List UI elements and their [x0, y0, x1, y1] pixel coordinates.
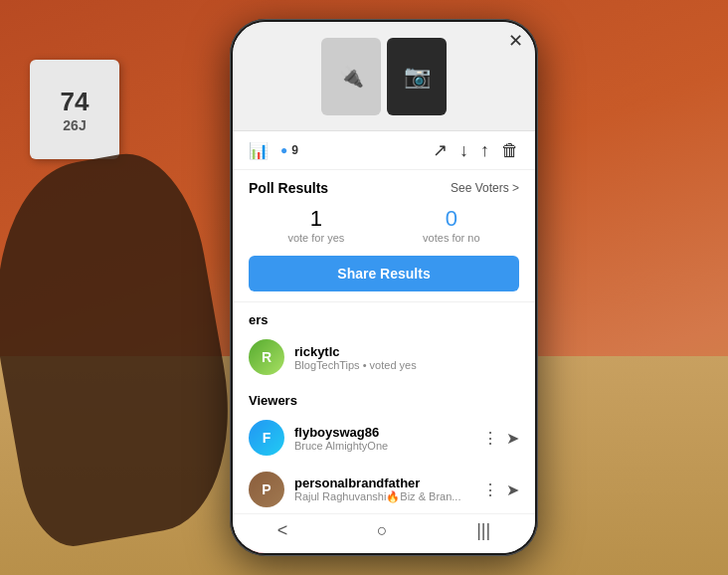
avatar-2: P	[249, 472, 284, 507]
back-button[interactable]: <	[277, 520, 288, 541]
poll-section: Poll Results See Voters > 1 vote for yes…	[233, 170, 535, 302]
poll-votes: 1 vote for yes 0 votes for no	[249, 206, 519, 244]
story-thumb-2: 📷	[387, 38, 447, 115]
thermometer: 74 26J	[30, 60, 119, 159]
vote-no: 0 votes for no	[423, 206, 479, 244]
share-results-button[interactable]: Share Results	[249, 256, 519, 291]
poll-title: Poll Results	[249, 180, 328, 196]
trend-icon[interactable]: ↗	[433, 139, 448, 161]
no-label: votes for no	[423, 232, 479, 244]
viewer-2-info: personalbrandfather Rajul Raghuvanshi🔥Bi…	[294, 476, 472, 503]
viewer-1-actions: ⋮ ➤	[482, 429, 519, 448]
phone-wrapper: 🔌 📷 ✕ 📊 ● 9 ↗ ↓ ↑ 🗑	[230, 19, 538, 556]
see-voters-link[interactable]: See Voters >	[451, 181, 519, 195]
voters-label: ers	[233, 302, 535, 331]
no-count: 0	[423, 206, 479, 232]
viewer-2-actions: ⋮ ➤	[482, 480, 519, 499]
views-count: ● 9	[280, 143, 298, 157]
phone-screen: 🔌 📷 ✕ 📊 ● 9 ↗ ↓ ↑ 🗑	[233, 22, 535, 553]
yes-label: vote for yes	[287, 232, 344, 244]
story-thumbnails: 🔌 📷	[321, 38, 447, 115]
voter-sub: BlogTechTips • voted yes	[294, 359, 519, 371]
voter-info: rickytlc BlogTechTips • voted yes	[294, 344, 519, 371]
yes-count: 1	[287, 206, 344, 232]
delete-icon[interactable]: 🗑	[501, 140, 519, 161]
viewer-2-sub: Rajul Raghuvanshi🔥Biz & Bran...	[294, 490, 472, 503]
viewers-label: Viewers	[233, 383, 535, 412]
viewer-1-info: flyboyswag86 Bruce AlmightyOne	[294, 425, 472, 452]
viewer-row-2: P personalbrandfather Rajul Raghuvanshi🔥…	[233, 464, 535, 515]
phone: 🔌 📷 ✕ 📊 ● 9 ↗ ↓ ↑ 🗑	[230, 19, 538, 556]
voter-name: rickytlc	[294, 344, 519, 359]
send-icon[interactable]: ➤	[506, 429, 519, 448]
home-button[interactable]: ○	[377, 520, 388, 541]
more-options-icon[interactable]: ⋮	[482, 429, 498, 448]
more-options-icon-2[interactable]: ⋮	[482, 480, 498, 499]
voter-row: R rickytlc BlogTechTips • voted yes	[233, 331, 535, 383]
story-thumb-1: 🔌	[321, 38, 381, 115]
vote-yes: 1 vote for yes	[287, 206, 344, 244]
menu-button[interactable]: |||	[476, 520, 490, 541]
bottom-nav: < ○ |||	[233, 513, 535, 553]
viewer-2-name: personalbrandfather	[294, 476, 472, 490]
viewer-1-name: flyboyswag86	[294, 425, 472, 440]
avatar-1: F	[249, 420, 284, 456]
viewer-row-1: F flyboyswag86 Bruce AlmightyOne ⋮ ➤	[233, 412, 535, 464]
share-icon[interactable]: ↑	[480, 140, 489, 161]
action-bar: 📊 ● 9 ↗ ↓ ↑ 🗑	[233, 131, 535, 170]
viewer-1-sub: Bruce AlmightyOne	[294, 440, 472, 452]
send-icon-2[interactable]: ➤	[506, 480, 519, 499]
chart-icon[interactable]: 📊	[249, 141, 269, 160]
close-button[interactable]: ✕	[508, 30, 523, 52]
download-icon[interactable]: ↓	[459, 140, 468, 161]
poll-header: Poll Results See Voters >	[249, 180, 519, 196]
avatar: R	[249, 339, 284, 375]
story-area: 🔌 📷 ✕	[233, 22, 535, 131]
